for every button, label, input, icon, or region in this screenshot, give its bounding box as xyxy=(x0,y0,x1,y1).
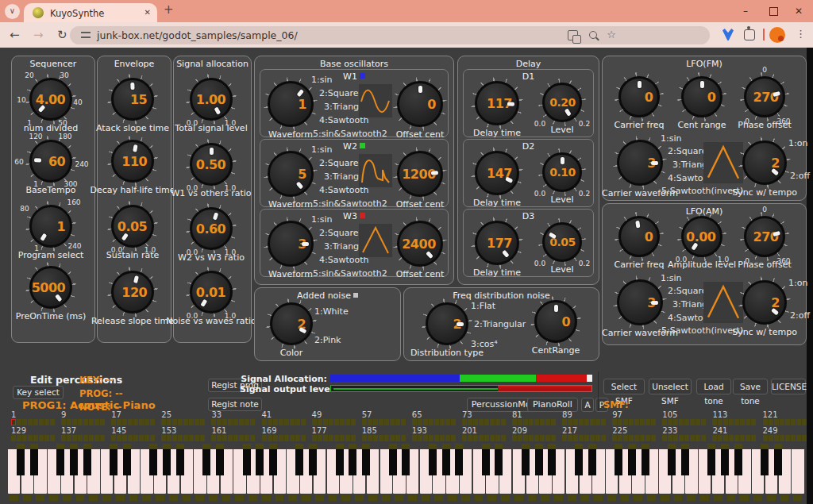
knob-dial[interactable]: 2 xyxy=(742,280,787,325)
tab-close-icon[interactable]: ✕ xyxy=(144,8,151,17)
step-cell[interactable] xyxy=(679,435,684,441)
step-cell[interactable] xyxy=(634,419,639,425)
step-cell[interactable] xyxy=(122,419,127,425)
step-cell[interactable] xyxy=(662,435,667,441)
step-cell[interactable] xyxy=(290,435,295,441)
step-cell[interactable] xyxy=(579,435,584,441)
knob-dial[interactable]: 3 xyxy=(617,279,663,325)
knob-dial[interactable]: 0.20 xyxy=(542,83,582,122)
step-cell[interactable] xyxy=(501,419,506,425)
knob-d1-level[interactable]: 0.20Level0.00.2 xyxy=(542,83,582,122)
black-key[interactable] xyxy=(588,449,596,475)
step-cell[interactable] xyxy=(395,419,400,425)
knob-dial[interactable]: 3 xyxy=(617,140,663,186)
step-cell[interactable] xyxy=(418,435,422,441)
unselect-smf-button[interactable]: Unselect SMF xyxy=(649,379,692,394)
step-cell[interactable] xyxy=(334,435,339,441)
step-cell[interactable] xyxy=(568,419,572,425)
step-cell[interactable] xyxy=(579,419,584,425)
step-cell[interactable] xyxy=(44,435,49,441)
step-cell[interactable] xyxy=(323,435,328,441)
knob-fm-phase-offset[interactable]: 270Phase offset00360 xyxy=(744,76,785,117)
knob-noise-ratio[interactable]: 0.01Noise vs waves ratio0.01.0 xyxy=(190,271,233,314)
step-cell[interactable] xyxy=(167,419,171,425)
black-key[interactable] xyxy=(110,449,118,475)
knob-dial[interactable]: 2 xyxy=(426,302,468,345)
knob-dial[interactable]: 270 xyxy=(744,216,785,257)
step-cell[interactable] xyxy=(629,419,634,425)
knob-dial[interactable]: 270 xyxy=(744,76,785,117)
step-cell[interactable] xyxy=(451,435,456,441)
step-cell[interactable] xyxy=(712,419,717,425)
knob-dist-type[interactable]: 2Distribution type1:Flat2:Triangular3:co… xyxy=(426,302,468,345)
step-cell[interactable] xyxy=(479,435,484,441)
step-cell[interactable] xyxy=(462,435,467,441)
step-cell[interactable] xyxy=(284,435,289,441)
step-cell[interactable] xyxy=(418,419,422,425)
step-cell[interactable] xyxy=(423,435,428,441)
step-cell[interactable] xyxy=(368,419,372,425)
step-cell[interactable] xyxy=(128,435,133,441)
knob-num-divided[interactable]: 4.00num divided20301040150 xyxy=(29,78,72,121)
knob-d3-time[interactable]: 177Delay time xyxy=(475,221,519,265)
knob-w3-offset-cent[interactable]: 2400Offset cent xyxy=(397,221,443,267)
step-cell[interactable] xyxy=(72,419,77,425)
step-cell[interactable] xyxy=(312,419,317,425)
step-cell[interactable] xyxy=(211,435,216,441)
step-cell[interactable] xyxy=(345,419,350,425)
step-cell[interactable] xyxy=(634,435,639,441)
step-cell[interactable] xyxy=(523,419,528,425)
step-cell[interactable] xyxy=(612,435,617,441)
browser-tab[interactable]: KuyoSynthe ✕ xyxy=(24,3,157,22)
step-cell[interactable] xyxy=(222,435,227,441)
select-smf-button[interactable]: Select SMF xyxy=(603,379,645,394)
step-cell[interactable] xyxy=(540,419,545,425)
step-cell[interactable] xyxy=(50,435,55,441)
step-cell[interactable] xyxy=(323,419,328,425)
step-cell[interactable] xyxy=(195,419,199,425)
step-cell[interactable] xyxy=(695,419,700,425)
black-key[interactable] xyxy=(681,449,689,475)
step-cell[interactable] xyxy=(690,419,695,425)
knob-d2-time[interactable]: 147Delay time xyxy=(475,151,519,195)
knob-d3-level[interactable]: 0.05Level0.00.2 xyxy=(542,222,582,262)
forward-icon[interactable]: → xyxy=(33,28,44,42)
step-cell[interactable] xyxy=(440,435,445,441)
step-cell[interactable] xyxy=(802,435,807,441)
step-cell[interactable] xyxy=(329,435,333,441)
step-cell[interactable] xyxy=(111,435,116,441)
knob-total-signal[interactable]: 1.00Total signal level0.01.0 xyxy=(190,78,233,121)
step-cell[interactable] xyxy=(133,435,138,441)
step-cell[interactable] xyxy=(451,419,456,425)
step-cell[interactable] xyxy=(301,435,306,441)
black-key[interactable] xyxy=(455,449,463,475)
tab-search-icon[interactable]: ∨ xyxy=(5,4,20,19)
step-cell[interactable] xyxy=(11,435,16,441)
step-cell[interactable] xyxy=(774,419,779,425)
knob-dial[interactable]: 110 xyxy=(111,140,154,183)
step-cell[interactable] xyxy=(22,435,27,441)
step-cell[interactable] xyxy=(785,435,790,441)
step-cell[interactable] xyxy=(479,419,484,425)
step-cell[interactable] xyxy=(534,435,539,441)
knob-dial[interactable]: 0 xyxy=(681,76,722,117)
step-cell[interactable] xyxy=(28,419,33,425)
step-cell[interactable] xyxy=(233,419,238,425)
knob-dial[interactable]: 0.10 xyxy=(542,152,582,192)
translate-icon[interactable] xyxy=(568,30,578,40)
step-cell[interactable] xyxy=(295,419,300,425)
black-key[interactable] xyxy=(30,449,38,475)
knob-fm-sync[interactable]: 2Sync w/ tempo1:on2:off xyxy=(742,140,787,185)
step-cell[interactable] xyxy=(562,435,567,441)
black-key[interactable] xyxy=(761,449,769,475)
step-cell[interactable] xyxy=(362,419,367,425)
step-cell[interactable] xyxy=(117,435,121,441)
step-cell[interactable] xyxy=(39,435,44,441)
knob-w2-waveform[interactable]: 5Waveform1:sin2:Square3:Triangle4:Sawtoo… xyxy=(268,151,314,197)
step-cell[interactable] xyxy=(17,419,21,425)
step-cell[interactable] xyxy=(161,419,166,425)
black-key[interactable] xyxy=(83,449,91,475)
step-cell[interactable] xyxy=(117,419,121,425)
step-cell[interactable] xyxy=(150,435,155,441)
step-cell[interactable] xyxy=(22,419,27,425)
